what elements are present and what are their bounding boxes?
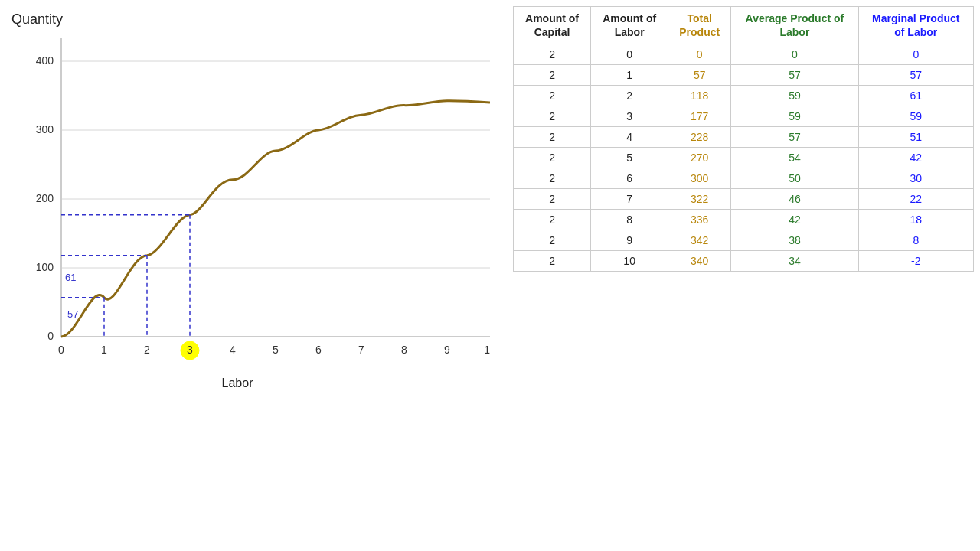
svg-text:10: 10 bbox=[484, 344, 490, 356]
table-cell: 2 bbox=[514, 86, 591, 106]
table-cell: 0 bbox=[858, 44, 973, 65]
table-row: 242285751 bbox=[514, 127, 974, 148]
table-cell: 38 bbox=[731, 230, 858, 251]
svg-text:400: 400 bbox=[36, 54, 54, 67]
table-cell: 2 bbox=[514, 230, 591, 251]
table-cell: 322 bbox=[668, 189, 731, 210]
th-total-product: TotalProduct bbox=[668, 7, 731, 44]
table-cell: 300 bbox=[668, 168, 731, 189]
table-row: 252705442 bbox=[514, 148, 974, 168]
table-row: 29342388 bbox=[514, 230, 974, 251]
table-row: 20000 bbox=[514, 44, 974, 65]
table-cell: 5 bbox=[591, 148, 668, 168]
table-cell: 10 bbox=[591, 251, 668, 272]
table-row: 283364218 bbox=[514, 210, 974, 230]
table-cell: 18 bbox=[858, 210, 973, 230]
svg-text:61: 61 bbox=[65, 272, 76, 283]
table-cell: 34 bbox=[731, 251, 858, 272]
table-row: 231775959 bbox=[514, 106, 974, 127]
table-cell: 9 bbox=[591, 230, 668, 251]
svg-text:0: 0 bbox=[58, 344, 64, 356]
table-cell: 228 bbox=[668, 127, 731, 148]
table-cell: 42 bbox=[858, 148, 973, 168]
table-cell: 59 bbox=[731, 86, 858, 106]
table-cell: 2 bbox=[514, 168, 591, 189]
table-cell: 61 bbox=[858, 86, 973, 106]
table-cell: 336 bbox=[668, 210, 731, 230]
table-cell: 6 bbox=[591, 168, 668, 189]
table-cell: 0 bbox=[591, 44, 668, 65]
table-cell: 22 bbox=[858, 189, 973, 210]
svg-text:57: 57 bbox=[67, 308, 78, 320]
table-cell: 51 bbox=[858, 127, 973, 148]
chart-container: Quantity 0 100 200 300 400 0 1 2 3 4 5 6… bbox=[8, 8, 513, 406]
chart-x-title: Labor bbox=[222, 377, 253, 390]
table-cell: 57 bbox=[858, 65, 973, 86]
table-cell: 2 bbox=[514, 251, 591, 272]
table-cell: 2 bbox=[514, 148, 591, 168]
table-cell: 2 bbox=[514, 189, 591, 210]
svg-text:3: 3 bbox=[187, 344, 193, 356]
production-table: Amount ofCapital Amount ofLabor TotalPro… bbox=[513, 6, 974, 272]
table-cell: 4 bbox=[591, 127, 668, 148]
svg-text:8: 8 bbox=[401, 344, 407, 356]
table-cell: 8 bbox=[591, 210, 668, 230]
svg-text:9: 9 bbox=[444, 344, 450, 356]
table-cell: 57 bbox=[731, 65, 858, 86]
table-cell: 50 bbox=[731, 168, 858, 189]
svg-text:6: 6 bbox=[315, 344, 322, 356]
table-cell: 342 bbox=[668, 230, 731, 251]
svg-text:1: 1 bbox=[101, 344, 107, 356]
table-cell: 54 bbox=[731, 148, 858, 168]
th-labor: Amount ofLabor bbox=[591, 7, 668, 44]
table-cell: 46 bbox=[731, 189, 858, 210]
table-cell: 8 bbox=[858, 230, 973, 251]
svg-text:300: 300 bbox=[36, 123, 54, 135]
svg-text:200: 200 bbox=[36, 192, 54, 204]
svg-text:2: 2 bbox=[144, 344, 150, 356]
table-cell: 2 bbox=[591, 86, 668, 106]
table-cell: 7 bbox=[591, 189, 668, 210]
table-cell: 2 bbox=[514, 44, 591, 65]
table-row: 263005030 bbox=[514, 168, 974, 189]
table-cell: 270 bbox=[668, 148, 731, 168]
svg-text:0: 0 bbox=[47, 330, 54, 342]
table-cell: 30 bbox=[858, 168, 973, 189]
svg-text:100: 100 bbox=[36, 261, 54, 273]
svg-text:7: 7 bbox=[358, 344, 364, 356]
table-cell: 1 bbox=[591, 65, 668, 86]
table-row: 221185961 bbox=[514, 86, 974, 106]
table-cell: 42 bbox=[731, 210, 858, 230]
table-cell: 340 bbox=[668, 251, 731, 272]
data-table-container: Amount ofCapital Amount ofLabor TotalPro… bbox=[513, 0, 980, 551]
table-cell: 2 bbox=[514, 210, 591, 230]
chart-y-title: Quantity bbox=[11, 11, 63, 28]
table-cell: -2 bbox=[858, 251, 973, 272]
table-row: 21034034-2 bbox=[514, 251, 974, 272]
table-cell: 2 bbox=[514, 65, 591, 86]
table-cell: 3 bbox=[591, 106, 668, 127]
table-cell: 0 bbox=[668, 44, 731, 65]
table-cell: 0 bbox=[731, 44, 858, 65]
th-capital: Amount ofCapital bbox=[514, 7, 591, 44]
table-cell: 2 bbox=[514, 106, 591, 127]
svg-text:5: 5 bbox=[273, 344, 279, 356]
chart-svg: 0 100 200 300 400 0 1 2 3 4 5 6 7 8 9 10 bbox=[15, 31, 490, 383]
th-average-product: Average Product ofLabor bbox=[731, 7, 858, 44]
table-cell: 59 bbox=[858, 106, 973, 127]
table-cell: 57 bbox=[668, 65, 731, 86]
table-cell: 57 bbox=[731, 127, 858, 148]
table-cell: 2 bbox=[514, 127, 591, 148]
table-cell: 118 bbox=[668, 86, 731, 106]
table-row: 21575757 bbox=[514, 65, 974, 86]
table-row: 273224622 bbox=[514, 189, 974, 210]
svg-text:4: 4 bbox=[230, 344, 236, 356]
table-cell: 177 bbox=[668, 106, 731, 127]
th-marginal-product: Marginal Productof Labor bbox=[858, 7, 973, 44]
table-cell: 59 bbox=[731, 106, 858, 127]
